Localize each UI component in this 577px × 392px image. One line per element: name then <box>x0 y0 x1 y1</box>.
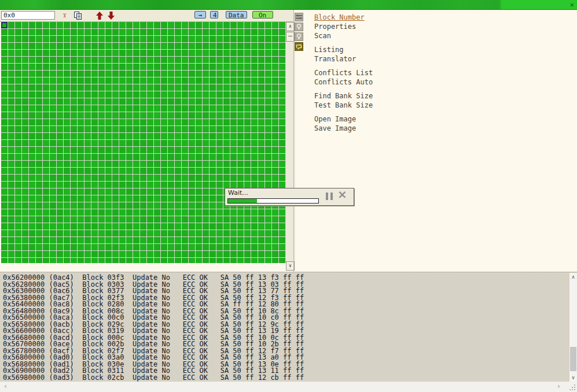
block-cell[interactable] <box>182 119 188 125</box>
block-cell[interactable] <box>91 98 98 105</box>
block-cell[interactable] <box>196 216 202 223</box>
block-cell[interactable] <box>175 77 181 84</box>
block-cell[interactable] <box>189 209 195 216</box>
block-cell[interactable] <box>105 22 112 28</box>
block-cell[interactable] <box>22 36 28 42</box>
block-cell[interactable] <box>203 22 209 28</box>
block-cell[interactable] <box>29 140 35 146</box>
block-cell[interactable] <box>64 216 70 223</box>
block-cell[interactable] <box>230 126 237 132</box>
block-cell[interactable] <box>98 244 105 250</box>
block-cell[interactable] <box>251 147 258 153</box>
block-cell[interactable] <box>147 223 153 230</box>
block-cell[interactable] <box>1 105 8 112</box>
block-cell[interactable] <box>140 71 146 77</box>
block-cell[interactable] <box>196 84 202 91</box>
block-cell[interactable] <box>210 98 216 105</box>
block-cell[interactable] <box>258 133 264 139</box>
menu-item-scan[interactable]: Scan <box>314 31 373 40</box>
block-cell[interactable] <box>147 36 153 42</box>
block-cell[interactable] <box>126 119 133 125</box>
block-cell[interactable] <box>175 71 181 77</box>
block-cell[interactable] <box>126 154 133 160</box>
block-cell[interactable] <box>71 147 77 153</box>
block-cell[interactable] <box>279 161 285 167</box>
block-cell[interactable] <box>189 71 195 77</box>
block-cell[interactable] <box>244 29 251 35</box>
block-cell[interactable] <box>265 29 271 35</box>
block-cell[interactable] <box>230 50 237 56</box>
block-cell[interactable] <box>175 168 181 174</box>
block-cell[interactable] <box>251 209 258 216</box>
block-cell[interactable] <box>147 133 153 139</box>
block-cell[interactable] <box>119 43 126 49</box>
block-cell[interactable] <box>161 133 167 139</box>
log-scrollbar[interactable]: ∧ ∨ <box>569 273 577 382</box>
block-cell[interactable] <box>91 188 98 195</box>
block-cell[interactable] <box>91 91 98 98</box>
block-cell[interactable] <box>154 209 160 216</box>
block-cell[interactable] <box>15 182 21 188</box>
block-cell[interactable] <box>22 223 28 230</box>
block-cell[interactable] <box>161 71 167 77</box>
block-cell[interactable] <box>216 43 223 49</box>
block-cell[interactable] <box>50 57 56 63</box>
block-cell[interactable] <box>147 237 153 243</box>
block-cell[interactable] <box>43 244 49 250</box>
block-cell[interactable] <box>258 147 264 153</box>
block-cell[interactable] <box>154 64 160 70</box>
block-cell[interactable] <box>244 57 251 63</box>
block-cell[interactable] <box>15 126 21 132</box>
block-cell[interactable] <box>161 161 167 167</box>
block-cell[interactable] <box>189 175 195 181</box>
block-cell[interactable] <box>147 112 153 119</box>
block-cell[interactable] <box>91 57 98 63</box>
block-cell[interactable] <box>22 209 28 216</box>
block-cell[interactable] <box>91 223 98 230</box>
block-cell[interactable] <box>251 237 258 243</box>
block-cell[interactable] <box>216 161 223 167</box>
block-cell[interactable] <box>196 91 202 98</box>
block-cell[interactable] <box>29 216 35 223</box>
block-cell[interactable] <box>1 182 8 188</box>
block-cell[interactable] <box>15 91 21 98</box>
block-cell[interactable] <box>140 64 146 70</box>
block-cell[interactable] <box>182 140 188 146</box>
block-cell[interactable] <box>84 57 91 63</box>
block-cell[interactable] <box>154 22 160 28</box>
block-cell[interactable] <box>50 244 56 250</box>
block-cell[interactable] <box>57 22 63 28</box>
block-cell[interactable] <box>216 230 223 236</box>
block-cell[interactable] <box>203 258 209 263</box>
block-cell[interactable] <box>161 209 167 216</box>
block-cell[interactable] <box>251 91 258 98</box>
block-cell[interactable] <box>126 168 133 174</box>
block-cell[interactable] <box>265 105 271 112</box>
block-cell[interactable] <box>64 91 70 98</box>
block-cell[interactable] <box>133 112 139 119</box>
block-cell[interactable] <box>154 216 160 223</box>
block-cell[interactable] <box>244 147 251 153</box>
block-cell[interactable] <box>8 182 14 188</box>
block-cell[interactable] <box>272 161 278 167</box>
block-cell[interactable] <box>29 119 35 125</box>
block-cell[interactable] <box>71 216 77 223</box>
block-cell[interactable] <box>168 105 174 112</box>
block-cell[interactable] <box>140 147 146 153</box>
block-cell[interactable] <box>57 105 63 112</box>
block-cell[interactable] <box>272 147 278 153</box>
block-cell[interactable] <box>78 133 84 139</box>
block-cell[interactable] <box>15 223 21 230</box>
block-cell[interactable] <box>161 244 167 250</box>
block-cell[interactable] <box>140 77 146 84</box>
block-cell[interactable] <box>126 251 133 257</box>
block-cell[interactable] <box>29 230 35 236</box>
block-cell[interactable] <box>272 209 278 216</box>
block-cell[interactable] <box>78 230 84 236</box>
block-cell[interactable] <box>84 133 91 139</box>
block-cell[interactable] <box>15 168 21 174</box>
block-cell[interactable] <box>84 119 91 125</box>
block-cell[interactable] <box>91 168 98 174</box>
block-cell[interactable] <box>105 98 112 105</box>
block-cell[interactable] <box>84 64 91 70</box>
